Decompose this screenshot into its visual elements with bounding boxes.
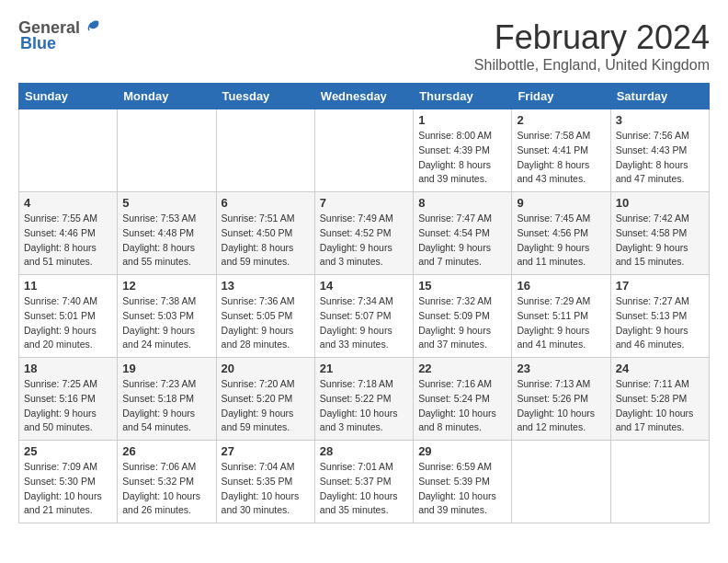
calendar-cell: 4Sunrise: 7:55 AM Sunset: 4:46 PM Daylig… xyxy=(19,192,118,275)
calendar-week-row: 18Sunrise: 7:25 AM Sunset: 5:16 PM Dayli… xyxy=(19,358,710,441)
day-info: Sunrise: 6:59 AM Sunset: 5:39 PM Dayligh… xyxy=(418,460,506,518)
weekday-header-monday: Monday xyxy=(118,84,216,109)
day-number: 2 xyxy=(517,113,605,127)
day-number: 13 xyxy=(222,279,310,293)
calendar-week-row: 25Sunrise: 7:09 AM Sunset: 5:30 PM Dayli… xyxy=(19,441,710,523)
day-info: Sunrise: 7:38 AM Sunset: 5:03 PM Dayligh… xyxy=(122,294,210,352)
calendar-week-row: 1Sunrise: 8:00 AM Sunset: 4:39 PM Daylig… xyxy=(19,109,710,192)
weekday-header-wednesday: Wednesday xyxy=(314,84,413,109)
calendar-cell xyxy=(118,109,216,192)
day-number: 22 xyxy=(418,362,506,375)
day-number: 28 xyxy=(320,444,408,458)
month-year-title: February 2024 xyxy=(474,18,710,57)
calendar-cell: 7Sunrise: 7:49 AM Sunset: 4:52 PM Daylig… xyxy=(314,192,413,275)
calendar-cell: 9Sunrise: 7:45 AM Sunset: 4:56 PM Daylig… xyxy=(512,192,610,275)
calendar-cell: 23Sunrise: 7:13 AM Sunset: 5:26 PM Dayli… xyxy=(512,358,610,441)
day-info: Sunrise: 7:25 AM Sunset: 5:16 PM Dayligh… xyxy=(24,377,112,435)
weekday-header-row: SundayMondayTuesdayWednesdayThursdayFrid… xyxy=(19,84,710,109)
day-info: Sunrise: 7:40 AM Sunset: 5:01 PM Dayligh… xyxy=(24,294,112,352)
weekday-header-friday: Friday xyxy=(512,84,610,109)
day-number: 20 xyxy=(222,362,310,375)
title-area: February 2024 Shilbottle, England, Unite… xyxy=(474,18,710,74)
day-number: 7 xyxy=(320,196,408,210)
day-info: Sunrise: 7:23 AM Sunset: 5:18 PM Dayligh… xyxy=(122,377,210,435)
calendar-cell: 15Sunrise: 7:32 AM Sunset: 5:09 PM Dayli… xyxy=(414,275,512,358)
day-info: Sunrise: 7:16 AM Sunset: 5:24 PM Dayligh… xyxy=(418,377,506,435)
calendar-cell: 17Sunrise: 7:27 AM Sunset: 5:13 PM Dayli… xyxy=(610,275,709,358)
weekday-header-saturday: Saturday xyxy=(610,84,709,109)
page-header: General Blue February 2024 Shilbottle, E… xyxy=(18,18,710,74)
day-number: 29 xyxy=(418,444,506,458)
day-number: 10 xyxy=(616,196,704,210)
day-info: Sunrise: 7:55 AM Sunset: 4:46 PM Dayligh… xyxy=(24,212,112,270)
calendar-cell: 2Sunrise: 7:58 AM Sunset: 4:41 PM Daylig… xyxy=(512,109,610,192)
calendar-cell: 21Sunrise: 7:18 AM Sunset: 5:22 PM Dayli… xyxy=(314,358,413,441)
calendar-cell: 13Sunrise: 7:36 AM Sunset: 5:05 PM Dayli… xyxy=(216,275,314,358)
day-info: Sunrise: 7:09 AM Sunset: 5:30 PM Dayligh… xyxy=(24,460,112,518)
day-info: Sunrise: 8:00 AM Sunset: 4:39 PM Dayligh… xyxy=(418,129,506,187)
day-number: 26 xyxy=(122,444,210,458)
day-number: 21 xyxy=(320,362,408,375)
calendar-cell: 12Sunrise: 7:38 AM Sunset: 5:03 PM Dayli… xyxy=(118,275,216,358)
calendar-cell: 1Sunrise: 8:00 AM Sunset: 4:39 PM Daylig… xyxy=(414,109,512,192)
logo: General Blue xyxy=(18,18,104,53)
location-subtitle: Shilbottle, England, United Kingdom xyxy=(474,57,710,74)
day-number: 4 xyxy=(24,196,112,210)
weekday-header-tuesday: Tuesday xyxy=(216,84,314,109)
day-number: 23 xyxy=(517,362,605,375)
day-info: Sunrise: 7:06 AM Sunset: 5:32 PM Dayligh… xyxy=(122,460,210,518)
calendar-cell: 19Sunrise: 7:23 AM Sunset: 5:18 PM Dayli… xyxy=(118,358,216,441)
day-info: Sunrise: 7:11 AM Sunset: 5:28 PM Dayligh… xyxy=(616,377,704,435)
logo-bird-icon xyxy=(82,19,102,38)
day-info: Sunrise: 7:27 AM Sunset: 5:13 PM Dayligh… xyxy=(616,294,704,352)
calendar-week-row: 11Sunrise: 7:40 AM Sunset: 5:01 PM Dayli… xyxy=(19,275,710,358)
day-number: 17 xyxy=(616,279,704,293)
weekday-header-thursday: Thursday xyxy=(414,84,512,109)
day-info: Sunrise: 7:20 AM Sunset: 5:20 PM Dayligh… xyxy=(222,377,310,435)
day-info: Sunrise: 7:04 AM Sunset: 5:35 PM Dayligh… xyxy=(222,460,310,518)
day-number: 18 xyxy=(24,362,112,375)
day-info: Sunrise: 7:42 AM Sunset: 4:58 PM Dayligh… xyxy=(616,212,704,270)
day-number: 24 xyxy=(616,362,704,375)
calendar-table: SundayMondayTuesdayWednesdayThursdayFrid… xyxy=(18,83,710,523)
calendar-cell xyxy=(610,441,709,523)
calendar-cell xyxy=(512,441,610,523)
calendar-cell xyxy=(216,109,314,192)
calendar-cell: 25Sunrise: 7:09 AM Sunset: 5:30 PM Dayli… xyxy=(19,441,118,523)
day-info: Sunrise: 7:29 AM Sunset: 5:11 PM Dayligh… xyxy=(517,294,605,352)
day-number: 19 xyxy=(122,362,210,375)
day-number: 5 xyxy=(122,196,210,210)
day-info: Sunrise: 7:18 AM Sunset: 5:22 PM Dayligh… xyxy=(320,377,408,435)
day-info: Sunrise: 7:45 AM Sunset: 4:56 PM Dayligh… xyxy=(517,212,605,270)
calendar-cell: 6Sunrise: 7:51 AM Sunset: 4:50 PM Daylig… xyxy=(216,192,314,275)
day-number: 6 xyxy=(222,196,310,210)
calendar-cell: 11Sunrise: 7:40 AM Sunset: 5:01 PM Dayli… xyxy=(19,275,118,358)
day-info: Sunrise: 7:47 AM Sunset: 4:54 PM Dayligh… xyxy=(418,212,506,270)
weekday-header-sunday: Sunday xyxy=(19,84,118,109)
day-number: 14 xyxy=(320,279,408,293)
calendar-cell: 29Sunrise: 6:59 AM Sunset: 5:39 PM Dayli… xyxy=(414,441,512,523)
calendar-cell: 24Sunrise: 7:11 AM Sunset: 5:28 PM Dayli… xyxy=(610,358,709,441)
day-info: Sunrise: 7:13 AM Sunset: 5:26 PM Dayligh… xyxy=(517,377,605,435)
calendar-cell: 3Sunrise: 7:56 AM Sunset: 4:43 PM Daylig… xyxy=(610,109,709,192)
day-number: 27 xyxy=(222,444,310,458)
calendar-week-row: 4Sunrise: 7:55 AM Sunset: 4:46 PM Daylig… xyxy=(19,192,710,275)
day-info: Sunrise: 7:58 AM Sunset: 4:41 PM Dayligh… xyxy=(517,129,605,187)
calendar-cell: 20Sunrise: 7:20 AM Sunset: 5:20 PM Dayli… xyxy=(216,358,314,441)
day-info: Sunrise: 7:34 AM Sunset: 5:07 PM Dayligh… xyxy=(320,294,408,352)
calendar-cell: 10Sunrise: 7:42 AM Sunset: 4:58 PM Dayli… xyxy=(610,192,709,275)
day-info: Sunrise: 7:49 AM Sunset: 4:52 PM Dayligh… xyxy=(320,212,408,270)
calendar-cell: 18Sunrise: 7:25 AM Sunset: 5:16 PM Dayli… xyxy=(19,358,118,441)
calendar-cell: 16Sunrise: 7:29 AM Sunset: 5:11 PM Dayli… xyxy=(512,275,610,358)
day-number: 8 xyxy=(418,196,506,210)
day-number: 11 xyxy=(24,279,112,293)
day-number: 15 xyxy=(418,279,506,293)
day-info: Sunrise: 7:56 AM Sunset: 4:43 PM Dayligh… xyxy=(616,129,704,187)
calendar-cell: 22Sunrise: 7:16 AM Sunset: 5:24 PM Dayli… xyxy=(414,358,512,441)
day-info: Sunrise: 7:32 AM Sunset: 5:09 PM Dayligh… xyxy=(418,294,506,352)
day-number: 1 xyxy=(418,113,506,127)
day-info: Sunrise: 7:51 AM Sunset: 4:50 PM Dayligh… xyxy=(222,212,310,270)
day-number: 12 xyxy=(122,279,210,293)
calendar-cell: 8Sunrise: 7:47 AM Sunset: 4:54 PM Daylig… xyxy=(414,192,512,275)
calendar-cell: 5Sunrise: 7:53 AM Sunset: 4:48 PM Daylig… xyxy=(118,192,216,275)
